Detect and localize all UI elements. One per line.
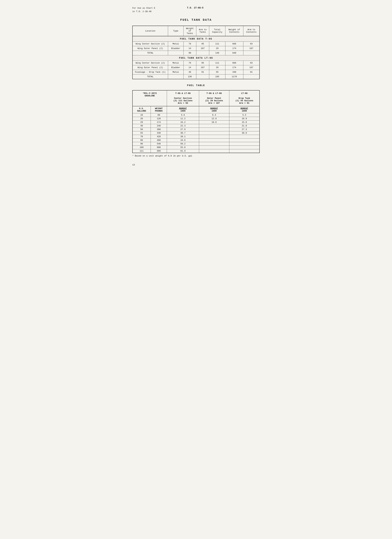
row-8-moment2	[199, 142, 229, 145]
row-1-moment3: 10.9	[229, 117, 260, 120]
row-1-gallons: 20	[132, 117, 151, 120]
s1-row2-weight: 14	[184, 46, 196, 51]
fuel-col3-line4: Arm = 107	[208, 102, 220, 104]
row-9-moment2	[199, 145, 229, 149]
row-10-moment1: 61.9	[167, 149, 199, 153]
subsection1-header: FUEL TANK DATA T-6G	[132, 36, 260, 42]
sub-col-gallons: U.S. GALLONS	[132, 106, 151, 113]
row-9-moment3	[229, 145, 260, 149]
row-8-moment1: 50.2	[167, 142, 199, 145]
row-0-moment1: 5.6	[167, 113, 199, 117]
row-2-pounds: 174	[151, 120, 167, 124]
fuel-col1-line2: GASOLINE	[145, 95, 155, 97]
fuel-col3-header: T-6G & LT-6G Outer Panel (2) 29 Gallons …	[199, 90, 229, 106]
s2-row3-arm: 91	[196, 70, 209, 74]
s2-total-capacity: 195	[209, 74, 225, 79]
table-row: Fuselage - Drop Tank (1) Metal 46 91 55 …	[132, 70, 260, 74]
s2-row2-arm: 107	[196, 65, 209, 70]
s2-total-wt: 1170	[225, 74, 243, 79]
fuel-table-footnote: * Based on a unit weight of 6.0 lb per U…	[132, 155, 260, 157]
subsection2-header: FUEL TANK DATA LT-6G	[132, 55, 260, 61]
s2-row1-weight: 76	[184, 61, 196, 65]
row-6-pounds: 420	[151, 135, 167, 138]
s2-total-weight: 136	[184, 74, 196, 79]
fuel-col4-line3: (1) 55 Gallons	[235, 100, 253, 102]
row-9-moment1: 55.8	[167, 145, 199, 149]
row-3-moment2	[199, 124, 229, 128]
s1-row2-arm: 107	[196, 46, 209, 51]
s2-row1-arm-contents: 93	[243, 61, 260, 65]
s2-total-label: TOTAL	[132, 74, 168, 79]
header-left-line2: in T.O. 1-1B-40	[132, 10, 155, 13]
sub-col-moment2: MOMENT 1000	[199, 106, 229, 113]
s2-row1-type: Metal	[168, 61, 184, 65]
fuel-data-row: 2012011.212.810.9	[132, 117, 260, 120]
s1-total-weight: 90	[184, 51, 196, 55]
row-0-moment3: 5.5	[229, 113, 260, 117]
row-3-moment1: 22.3	[167, 124, 199, 128]
s2-row1-wt: 666	[225, 61, 243, 65]
fuel-data-row: 10060055.8	[132, 145, 260, 149]
row-8-moment3	[229, 142, 260, 145]
fuel-col3-line3: (2) 29 Gallons	[205, 100, 223, 102]
fuel-col4-line2: Drop Tank	[239, 97, 250, 100]
fuel-tank-data-table: Location Type WeightofTanks Arm toTanks …	[132, 26, 260, 79]
row-3-pounds: 240	[151, 124, 167, 128]
fuel-col2-line4: Arm = 93	[178, 102, 188, 104]
s1-row2-type: Bladder	[168, 46, 184, 51]
s1-total-capacity: 140	[209, 51, 225, 55]
sub-col-pounds: WEIGHT POUNDS	[151, 106, 167, 113]
col-location: Location	[132, 26, 168, 36]
row-5-gallons: 55	[132, 131, 151, 135]
fuel-table-subheader: U.S. GALLONS WEIGHT POUNDS MOMENT 1000 M…	[132, 106, 260, 113]
sub-col-moment3: MOMENT 1000	[229, 106, 260, 113]
row-2-gallons: 29	[132, 120, 151, 124]
s1-row1-capacity: 111	[209, 42, 225, 46]
fuel-col3-line1: T-6G & LT-6G	[206, 92, 222, 95]
table-header-row: Location Type WeightofTanks Arm toTanks …	[132, 26, 260, 36]
fuel-data-row: 8048044.6	[132, 138, 260, 142]
fuel-data-row: 9054050.2	[132, 142, 260, 145]
s2-total-empty-type	[168, 74, 184, 79]
s1-row1-arm-contents: 93	[243, 42, 260, 46]
row-7-moment1: 44.6	[167, 138, 199, 142]
sub-col-moment1: MOMENT 1000	[167, 106, 199, 113]
s2-row3-location: Fuselage - Drop Tank (1)	[132, 70, 168, 74]
fuel-data-row: 5030027.927.3	[132, 128, 260, 131]
fuel-data-row: 5533030.730.0	[132, 131, 260, 135]
s1-row2-wt: 174	[225, 46, 243, 51]
row-5-moment3: 30.0	[229, 131, 260, 135]
fuel-col4-line1: LT-6G	[241, 92, 247, 95]
fuel-col4-header: LT-6G Drop Tank (1) 55 Gallons Arm = 91	[229, 90, 260, 106]
row-1-pounds: 120	[151, 117, 167, 120]
s2-row3-type: Metal	[168, 70, 184, 74]
row-5-moment1: 30.7	[167, 131, 199, 135]
s2-row3-weight: 46	[184, 70, 196, 74]
s2-row1-location: Wing Center Section (2)	[132, 61, 168, 65]
row-6-moment2	[199, 135, 229, 138]
s1-total-label: TOTAL	[132, 51, 168, 55]
row-4-moment2	[199, 128, 229, 131]
row-2-moment2: 18.6	[199, 120, 229, 124]
col-weight-contents: Weight ofContents	[225, 26, 243, 36]
row-7-moment3	[229, 138, 260, 142]
s2-row1-arm: 95	[196, 61, 209, 65]
fuel-data-row: 2917416.218.615.8	[132, 120, 260, 124]
fuel-col1-line1: *MIL-F-5572	[143, 92, 157, 95]
s1-row1-arm: 95	[196, 42, 209, 46]
col-total-capacity: TotalCapacity	[209, 26, 225, 36]
fuel-table: *MIL-F-5572 GASOLINE T-6G & LT-6G Center…	[132, 90, 260, 153]
s1-total-empty-arm	[196, 51, 209, 55]
row-8-pounds: 540	[151, 142, 167, 145]
row-6-moment3	[229, 135, 260, 138]
s1-total-row: TOTAL 90 140 840	[132, 51, 260, 55]
s2-row3-capacity: 55	[209, 70, 225, 74]
row-2-moment1: 16.2	[167, 120, 199, 124]
row-7-pounds: 480	[151, 138, 167, 142]
row-0-moment2: 6.4	[199, 113, 229, 117]
table-row: Wing Outer Panel (2) Bladder 14 107 29 1…	[132, 46, 260, 51]
header-left: For Use as Chart E in T.O. 1-1B-40	[132, 6, 155, 13]
s2-row2-arm-contents: 107	[243, 65, 260, 70]
row-9-pounds: 600	[151, 145, 167, 149]
s1-total-empty-type	[168, 51, 184, 55]
